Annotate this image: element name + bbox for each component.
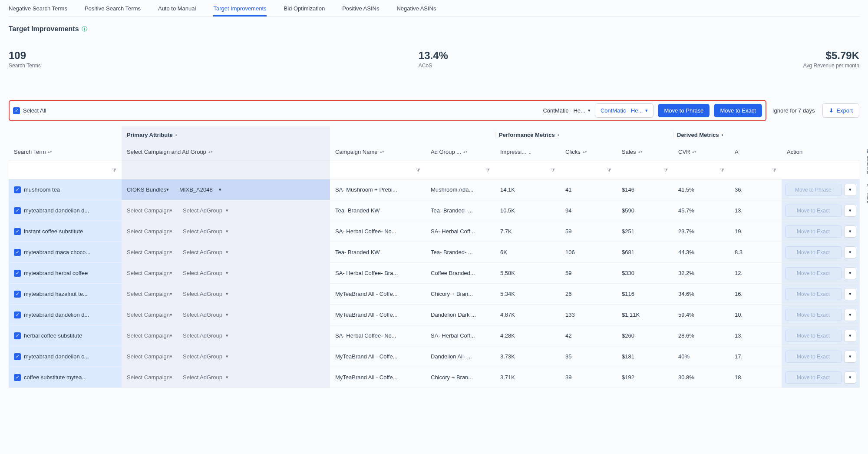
campaign-select[interactable]: Select Campaign▾ [122, 346, 178, 367]
action-dropdown-button[interactable]: ▾ [844, 351, 856, 363]
tab-positive-asins[interactable]: Positive ASINs [342, 4, 379, 13]
row-checkbox[interactable]: ✓ [14, 186, 21, 193]
row-checkbox[interactable]: ✓ [14, 291, 21, 298]
chevron-down-icon: ▾ [170, 312, 172, 318]
action-dropdown-button[interactable]: ▾ [844, 184, 856, 196]
campaign-select[interactable]: Select Campaign▾ [122, 284, 178, 304]
filter-icon[interactable]: ⧩ [551, 167, 555, 173]
cell-search-term[interactable]: ✓myteabrand dandelion d... [9, 305, 122, 325]
table: ▦ Columns ▽ Filters Primary Attribute › … [9, 126, 859, 388]
filter-icon[interactable]: ⧩ [663, 167, 668, 173]
action-button-disabled: Move to Exact [785, 246, 842, 258]
col-sales[interactable]: Sales▴▾ [617, 149, 673, 155]
filter-icon[interactable]: ⧩ [416, 167, 420, 173]
adgroup-select[interactable]: Select AdGroup▾ [178, 200, 234, 221]
col-campaign-name[interactable]: Campaign Name▴▾ [330, 149, 426, 155]
campaign-select[interactable]: Select Campaign▾ [122, 200, 178, 221]
action-dropdown-button[interactable]: ▾ [844, 267, 856, 279]
row-checkbox[interactable]: ✓ [14, 312, 21, 318]
filter-icon[interactable]: ⧩ [607, 167, 611, 173]
cell-search-term[interactable]: ✓myteabrand maca choco... [9, 242, 122, 262]
tab-target-improvements[interactable]: Target Improvements [213, 4, 266, 17]
adgroup-select[interactable]: Select AdGroup▾ [178, 346, 234, 367]
campaign-select[interactable]: Select Campaign▾ [122, 242, 178, 262]
campaign-dropdown-plain[interactable]: ContMatic - He... ▾ [543, 107, 591, 114]
action-dropdown-button[interactable]: ▾ [844, 371, 856, 384]
col-impressions[interactable]: Impressi...↓ [495, 149, 560, 155]
campaign-dropdown-boxed[interactable]: ContMatic - He... ▾ [595, 103, 654, 118]
campaign-select[interactable]: CIOKS Bundles▾ [122, 179, 174, 200]
filter-impressions[interactable] [500, 167, 551, 173]
filter-search-term[interactable] [14, 167, 112, 173]
cell-search-term[interactable]: ✓instant coffee substitute [9, 221, 122, 242]
col-cvr[interactable]: CVR▴▾ [673, 149, 729, 155]
action-dropdown-button[interactable]: ▾ [844, 330, 856, 342]
adgroup-select[interactable]: Select AdGroup▾ [178, 367, 234, 388]
campaign-select[interactable]: Select Campaign▾ [122, 305, 178, 325]
filter-icon[interactable]: ⧩ [485, 167, 490, 173]
adgroup-select[interactable]: Select AdGroup▾ [178, 305, 234, 325]
filter-icon[interactable]: ⧩ [772, 167, 776, 173]
column-group-derived[interactable]: Derived Metrics › [673, 132, 729, 138]
cell-search-term[interactable]: ✓mushroom tea [9, 179, 122, 200]
cell-clicks: 39 [560, 367, 617, 388]
action-dropdown-button[interactable]: ▾ [844, 309, 856, 321]
campaign-select[interactable]: Select Campaign▾ [122, 221, 178, 242]
move-to-exact-button[interactable]: Move to Exact [714, 104, 762, 117]
row-checkbox[interactable]: ✓ [14, 353, 21, 360]
adgroup-select[interactable]: Select AdGroup▾ [178, 325, 234, 346]
tab-positive-search-terms[interactable]: Positive Search Terms [85, 4, 141, 13]
row-checkbox[interactable]: ✓ [14, 270, 21, 277]
adgroup-select[interactable]: Select AdGroup▾ [178, 242, 234, 262]
export-button[interactable]: ⬇ Export [822, 103, 859, 118]
col-select-campaign[interactable]: Select Campaign and Ad Group▴▾ [122, 143, 330, 161]
tab-auto-to-manual[interactable]: Auto to Manual [158, 4, 196, 13]
action-dropdown-button[interactable]: ▾ [844, 205, 856, 217]
col-ad-group[interactable]: Ad Group ...▴▾ [426, 149, 495, 155]
ignore-button[interactable]: Ignore for 7 days [772, 107, 815, 114]
campaign-select[interactable]: Select Campaign▾ [122, 367, 178, 388]
adgroup-select[interactable]: Select AdGroup▾ [178, 284, 234, 304]
filter-a[interactable] [735, 167, 772, 173]
action-dropdown-button[interactable]: ▾ [844, 246, 856, 258]
cell-search-term[interactable]: ✓myteabrand herbal coffee [9, 263, 122, 283]
filter-icon[interactable]: ⧩ [112, 167, 116, 173]
adgroup-select[interactable]: Select AdGroup▾ [178, 221, 234, 242]
column-group-primary[interactable]: Primary Attribute › [122, 126, 330, 143]
cell-search-term[interactable]: ✓myteabrand dandelion c... [9, 346, 122, 367]
action-dropdown-button[interactable]: ▾ [844, 225, 856, 238]
col-clicks[interactable]: Clicks▴▾ [560, 149, 617, 155]
cell-search-term[interactable]: ✓herbal coffee substitute [9, 325, 122, 346]
filters-panel-toggle[interactable]: ▽ Filters [866, 183, 868, 203]
columns-panel-toggle[interactable]: ▦ Columns [866, 148, 868, 174]
filter-campaign[interactable] [335, 167, 416, 173]
tab-bid-optimization[interactable]: Bid Optimization [284, 4, 325, 13]
campaign-select[interactable]: Select Campaign▾ [122, 325, 178, 346]
col-a[interactable]: A [729, 149, 782, 155]
chevron-down-icon: ▾ [849, 291, 851, 297]
info-icon[interactable]: ⓘ [82, 25, 87, 33]
filter-adgroup[interactable] [431, 167, 485, 173]
filter-clicks[interactable] [565, 167, 607, 173]
move-to-phrase-button[interactable]: Move to Phrase [658, 104, 710, 117]
column-group-performance[interactable]: Performance Metrics › [495, 132, 560, 138]
select-all[interactable]: ✓ Select All [13, 107, 46, 114]
adgroup-select[interactable]: Select AdGroup▾ [178, 263, 234, 283]
col-search-term[interactable]: Search Term▴▾ [9, 149, 122, 155]
row-checkbox[interactable]: ✓ [14, 249, 21, 256]
row-checkbox[interactable]: ✓ [14, 374, 21, 381]
tab-negative-search-terms[interactable]: Negative Search Terms [9, 4, 67, 13]
cell-search-term[interactable]: ✓coffee substitute mytea... [9, 367, 122, 388]
tab-negative-asins[interactable]: Negative ASINs [396, 4, 436, 13]
filter-icon[interactable]: ⧩ [720, 167, 724, 173]
filter-sales[interactable] [622, 167, 663, 173]
filter-cvr[interactable] [678, 167, 720, 173]
cell-search-term[interactable]: ✓myteabrand hazelnut te... [9, 284, 122, 304]
campaign-select[interactable]: Select Campaign▾ [122, 263, 178, 283]
row-checkbox[interactable]: ✓ [14, 207, 21, 214]
row-checkbox[interactable]: ✓ [14, 228, 21, 235]
adgroup-select[interactable]: MIXB_A2048▾ [174, 179, 227, 200]
cell-search-term[interactable]: ✓myteabrand dandelion d... [9, 200, 122, 221]
action-dropdown-button[interactable]: ▾ [844, 288, 856, 300]
row-checkbox[interactable]: ✓ [14, 332, 21, 339]
